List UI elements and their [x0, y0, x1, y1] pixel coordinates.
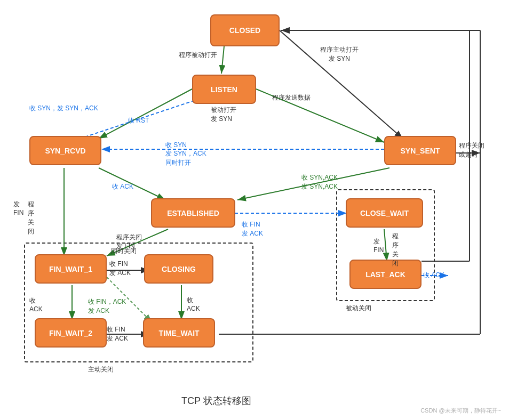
- svg-line-14: [384, 229, 387, 261]
- arrows-svg: [0, 0, 509, 420]
- state-close-wait: CLOSE_WAIT: [346, 198, 423, 228]
- state-closing: CLOSING: [144, 254, 213, 284]
- label-recv-syn: 收 SYN: [165, 141, 187, 150]
- label-simultaneous-open: 同时打开: [165, 158, 191, 167]
- label-recv-ack-fw1: 收ACK: [29, 296, 43, 313]
- state-syn-rcvd: SYN_RCVD: [29, 136, 101, 165]
- label-active-close: 主动关闭: [88, 365, 114, 374]
- label-passive-open2: 被动打开发 SYN: [211, 106, 236, 124]
- state-last-ack: LAST_ACK: [349, 260, 421, 289]
- label-passive-open: 程序被动打开: [179, 51, 217, 60]
- label-recv-fin-estab: 收 FIN发 ACK: [242, 220, 263, 238]
- label-active-open: 程序主动打开发 SYN: [320, 45, 359, 63]
- state-time-wait: TIME_WAIT: [143, 318, 215, 348]
- label-fin-wait1-closing: 收 FIN发 ACK: [109, 260, 131, 278]
- label-recv-ack-lastack: 收 ACK: [423, 271, 444, 280]
- state-closed: CLOSED: [210, 14, 280, 46]
- state-fin-wait-1: FIN_WAIT_1: [35, 254, 107, 284]
- label-prog-close-synsent: 程序关闭或超时: [459, 141, 484, 159]
- state-fin-wait-2: FIN_WAIT_2: [35, 318, 107, 348]
- label-recv-fin-ack: 收 FIN，ACK发 ACK: [88, 297, 126, 316]
- label-recv-ack-closing: 收ACK: [187, 296, 200, 312]
- label-passive-close: 被动关闭: [346, 304, 371, 313]
- state-listen: LISTEN: [192, 75, 256, 104]
- label-recv-fin-fw2: 收 FIN发 ACK: [107, 325, 128, 343]
- label-recv-syn-send-synack: 收 SYN，发 SYN，ACK: [29, 104, 98, 113]
- label-prog-close-synrcvd: 程 序 关 闭: [21, 200, 34, 236]
- label-recv-ack-estab: 收 ACK: [112, 182, 133, 191]
- page-title: TCP 状态转移图: [181, 394, 251, 407]
- label-send-synack: 发 SYN，ACK: [165, 149, 206, 158]
- label-prog-close-cw: 程序关闭: [392, 232, 399, 268]
- label-send-fin-cw: 发FIN: [373, 237, 384, 254]
- diagram-container: CLOSED LISTEN SYN_RCVD SYN_SENT ESTABLIS…: [0, 0, 509, 420]
- label-simultaneous-close: 同时关闭: [111, 247, 137, 256]
- label-recv-synack: 收 SYN,ACK发 SYN,ACK: [301, 173, 338, 191]
- label-recv-rst: 收 RST: [128, 116, 149, 125]
- state-established: ESTABLISHED: [151, 198, 235, 228]
- svg-line-5: [221, 46, 224, 74]
- state-syn-sent: SYN_SENT: [384, 136, 456, 165]
- svg-line-7: [99, 89, 192, 139]
- watermark: CSDN @未来可期，静待花开~: [420, 407, 501, 415]
- label-send-data: 程序发送数据: [272, 93, 311, 102]
